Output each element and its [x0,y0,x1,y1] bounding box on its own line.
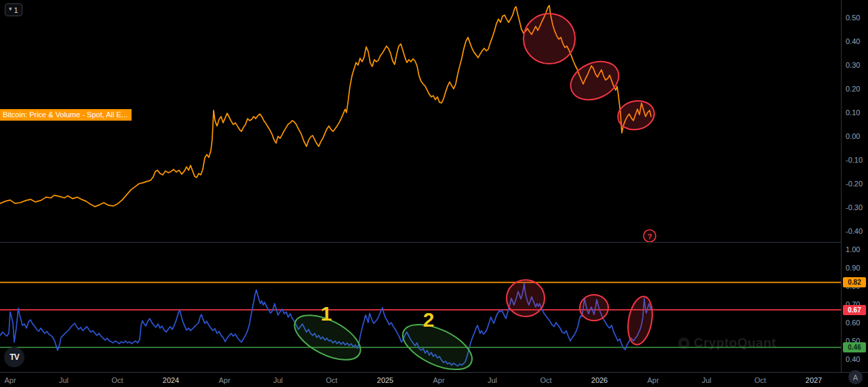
pane-separator[interactable] [0,242,868,243]
annotation-ellipse[interactable] [288,306,367,369]
time-tick-Jul: Jul [488,376,497,384]
chevron-down-icon: ▾ [9,6,12,12]
time-tick-Jul: Jul [702,376,711,384]
annotation-label-2[interactable]: 2 [423,308,435,331]
time-tick-Oct: Oct [754,376,766,384]
price-tick: -0.10 [846,156,863,165]
price-tick: 0.40 [846,37,860,46]
time-tick-Oct: Oct [326,376,337,384]
tradingview-chart-window: ?12 ▾ 1 Bitcoin: Price & Volume - Spot, … [0,0,868,387]
annotation-ellipse[interactable] [580,295,608,321]
price-badge-0.67: 0.67 [843,305,866,315]
annotation-ellipse[interactable] [524,14,575,64]
price-tick: 0.30 [846,61,860,70]
time-tick-Oct: Oct [540,376,551,384]
time-tick-Apr: Apr [4,376,16,384]
price-tick: -0.40 [846,227,863,236]
price-tick: 0.20 [846,85,860,94]
time-tick-Apr: Apr [433,376,444,384]
price-tick: 0.90 [846,264,860,272]
annotation-ellipse[interactable] [565,54,625,107]
help-marker-circle[interactable] [644,230,656,242]
price-tick: 0.00 [846,132,860,141]
watermark: CryptoQuant [678,335,776,350]
price-tick: 0.40 [846,355,860,364]
tradingview-logo[interactable]: TV [4,347,24,367]
price-tick: 0.60 [846,319,860,327]
price-badge-0.82: 0.82 [843,277,866,287]
annotation-ellipse[interactable] [615,98,657,133]
time-tick-2025: 2025 [377,376,393,384]
time-tick-2026: 2026 [591,376,608,384]
price-tick: 1.00 [846,245,860,254]
series-line-indicator[interactable] [0,283,651,366]
price-scale[interactable]: 0.500.400.300.200.100.00-0.10-0.20-0.30-… [841,0,868,387]
price-badge-0.46: 0.46 [843,342,866,352]
annotation-ellipse[interactable] [396,315,479,379]
time-tick-Jul: Jul [59,376,68,384]
interval-selector[interactable]: ▾ 1 [5,3,22,16]
annotation-ellipse[interactable] [625,295,656,347]
price-tick: -0.30 [846,203,863,212]
series-line-bitcoin-price-volume-spot[interactable] [0,5,651,207]
price-tick: 0.10 [846,108,860,117]
watermark-text: CryptoQuant [694,335,776,350]
time-tick-Apr: Apr [218,376,230,384]
time-tick-2024: 2024 [163,376,179,384]
price-tick: -0.20 [846,180,863,188]
annotation-ellipse[interactable] [507,280,545,317]
chart-canvas[interactable]: ?12 [0,0,841,387]
cryptoquant-logo-icon [678,338,690,349]
time-scale[interactable]: AprJulOct2024AprJulOct2025AprJulOct2026A… [0,372,868,387]
autoscale-button[interactable]: A [848,370,863,384]
interval-value: 1 [14,6,18,14]
annotation-label-1[interactable]: 1 [321,302,332,325]
time-tick-Apr: Apr [647,376,658,384]
price-tick: 0.50 [846,14,860,22]
help-marker-icon[interactable]: ? [648,232,652,241]
time-tick-Jul: Jul [273,376,283,384]
time-tick-2027: 2027 [806,376,822,384]
symbol-label[interactable]: Bitcoin: Price & Volume - Spot, All E... [0,109,132,121]
time-tick-Oct: Oct [111,376,123,384]
